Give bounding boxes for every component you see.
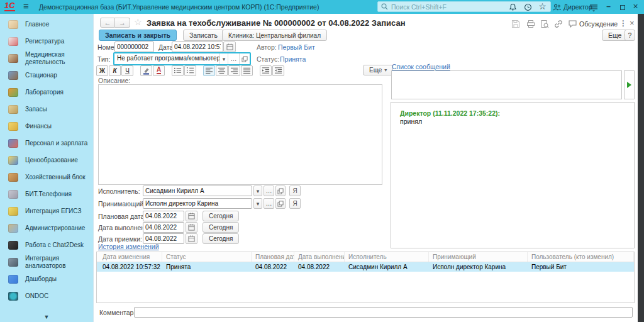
type-choose-button[interactable]: …	[228, 53, 239, 64]
link-icon[interactable]	[554, 19, 563, 28]
save-close-button[interactable]: Записать и закрыть	[99, 30, 177, 41]
users-icon[interactable]	[552, 3, 562, 12]
history-table: Дата изменения Статус Плановая дата Дата…	[96, 252, 635, 303]
outdent-icon[interactable]	[272, 65, 284, 76]
number-field[interactable]	[114, 42, 154, 52]
history-table-row[interactable]: 04.08.2022 10:57:32 Принята 04.08.2022 0…	[97, 262, 634, 272]
favorites-star-icon[interactable]: ☆	[538, 1, 547, 11]
sidebar-item-finansy[interactable]: Финансы	[0, 118, 93, 135]
status-value-link[interactable]: Принята	[280, 55, 306, 63]
discussion-bubble-icon[interactable]	[568, 19, 577, 28]
acceptor-dropdown-icon[interactable]: ▾	[253, 198, 262, 209]
align-center-icon[interactable]	[216, 65, 228, 76]
sidebar-item-chat2desk[interactable]: Работа с Chat2Desk	[0, 236, 93, 253]
sidebar-item-telefoniya[interactable]: БИТ.Телефония	[0, 186, 93, 203]
print-icon[interactable]	[526, 19, 535, 28]
preview-icon[interactable]	[540, 19, 549, 28]
forward-button[interactable]: →	[115, 18, 130, 28]
type-open-icon[interactable]	[239, 53, 250, 64]
save-icon[interactable]	[511, 19, 520, 28]
sidebar-item-laboratoriya[interactable]: Лаборатория	[0, 84, 93, 101]
registry-icon	[8, 37, 18, 46]
col-planned-date[interactable]: Плановая дата	[252, 252, 294, 262]
author-value-link[interactable]: Первый Бит	[278, 43, 315, 51]
sidebar-item-med-deyatelnost[interactable]: Медицинская деятельность	[0, 50, 93, 67]
sidebar-item-egisz[interactable]: Интеграция ЕГИСЗ	[0, 203, 93, 219]
sidebar-item-hozblok[interactable]: Хозяйственный блок	[0, 169, 93, 186]
sidebar-more-chevron-icon[interactable]: ▼	[0, 314, 93, 322]
sidebar-item-stacionar[interactable]: Стационар	[0, 67, 93, 84]
executor-open-icon[interactable]	[275, 186, 286, 196]
messages-title-link[interactable]: Список сообщений	[392, 63, 450, 70]
current-user-label[interactable]: Директор	[564, 3, 592, 11]
col-acceptor[interactable]: Принимающий	[429, 252, 528, 262]
sidebar-item-analizatory[interactable]: Интеграция анализаторов	[0, 253, 93, 270]
sidebar-item-zapasy[interactable]: Запасы	[0, 101, 93, 118]
font-color-icon[interactable]: А	[153, 65, 165, 76]
sidebar-item-administrirovanie[interactable]: Администрирование	[0, 219, 93, 236]
indent-icon[interactable]	[260, 65, 272, 76]
sidebar-item-cenoobrazovanie[interactable]: Ценообразование	[0, 152, 93, 169]
discussion-label[interactable]: Обсуждение	[579, 20, 618, 28]
editor-more-button[interactable]: Еще	[363, 65, 393, 75]
sidebar-item-ondoc[interactable]: ONDOC	[0, 287, 93, 304]
message-input[interactable]	[391, 70, 622, 99]
align-justify-icon[interactable]	[241, 65, 253, 76]
completion-date-field[interactable]	[143, 222, 184, 233]
clinic-button[interactable]: Клиника: Центральный филиал	[222, 30, 327, 41]
acceptance-date-today-button[interactable]: Сегодня	[203, 233, 239, 244]
history-clock-icon[interactable]	[523, 3, 533, 12]
col-executor[interactable]: Исполнитель	[345, 252, 429, 262]
close-window-icon[interactable]: ×	[631, 1, 640, 11]
completion-date-today-button[interactable]: Сегодня	[203, 222, 239, 233]
numbered-list-icon[interactable]	[184, 65, 196, 76]
executor-me-button[interactable]: Я	[289, 186, 301, 196]
bullet-list-icon[interactable]	[172, 65, 184, 76]
acceptor-me-button[interactable]: Я	[289, 198, 301, 209]
executor-field[interactable]	[143, 186, 252, 196]
italic-icon[interactable]: К	[109, 65, 121, 76]
underline-icon[interactable]: Ч	[121, 65, 133, 76]
description-textarea[interactable]	[98, 84, 382, 185]
col-completion-date[interactable]: Дата выполнения	[294, 252, 345, 262]
help-button[interactable]: ?	[625, 30, 635, 41]
acceptance-date-calendar-icon[interactable]	[186, 233, 197, 244]
type-dropdown-icon[interactable]: ▾	[219, 53, 228, 64]
acceptor-choose-button[interactable]: …	[264, 198, 274, 209]
executor-choose-button[interactable]: …	[264, 186, 274, 196]
date-field[interactable]	[172, 42, 223, 52]
maximize-window-icon[interactable]	[618, 3, 627, 12]
sidebar-item-personal[interactable]: Персонал и зарплата	[0, 135, 93, 152]
date-calendar-icon[interactable]	[223, 42, 236, 52]
sidebar-item-glavnoe[interactable]: Главное	[0, 16, 93, 33]
back-button[interactable]: ←	[100, 18, 115, 28]
history-link[interactable]: История изменений	[98, 243, 159, 250]
minimize-window-icon[interactable]: –	[604, 1, 613, 11]
align-left-icon[interactable]	[203, 65, 215, 76]
sidebar-item-dashbordy[interactable]: Дашборды	[0, 270, 93, 287]
planned-date-calendar-icon[interactable]	[186, 211, 197, 221]
executor-dropdown-icon[interactable]: ▾	[253, 186, 262, 196]
service-settings-icon[interactable]	[589, 3, 598, 12]
save-button[interactable]: Записать	[183, 30, 224, 41]
planned-date-today-button[interactable]: Сегодня	[203, 211, 239, 221]
col-status[interactable]: Статус	[162, 252, 252, 262]
more-dots-icon[interactable]: ⋮	[619, 19, 627, 28]
sidebar-item-registratura[interactable]: Регистратура	[0, 33, 93, 50]
highlight-color-icon[interactable]	[140, 65, 152, 76]
acceptor-field[interactable]	[143, 198, 252, 209]
comment-field[interactable]	[134, 307, 633, 318]
col-change-date[interactable]: Дата изменения	[97, 252, 162, 262]
acceptor-open-icon[interactable]	[275, 198, 286, 209]
col-user[interactable]: Пользователь (кто изменил)	[528, 252, 634, 262]
notifications-bell-icon[interactable]	[508, 3, 518, 12]
completion-date-calendar-icon[interactable]	[186, 222, 197, 233]
send-message-button[interactable]	[624, 70, 635, 99]
type-field[interactable]: Не работает программа/компьютер ▾ …	[113, 52, 251, 65]
bold-icon[interactable]: Ж	[96, 65, 108, 76]
hamburger-menu-icon[interactable]: ≡	[23, 1, 29, 11]
favorite-star-icon[interactable]: ☆	[134, 17, 142, 27]
planned-date-field[interactable]	[143, 211, 184, 221]
align-right-icon[interactable]	[228, 65, 240, 76]
close-form-icon[interactable]: ×	[630, 18, 635, 28]
